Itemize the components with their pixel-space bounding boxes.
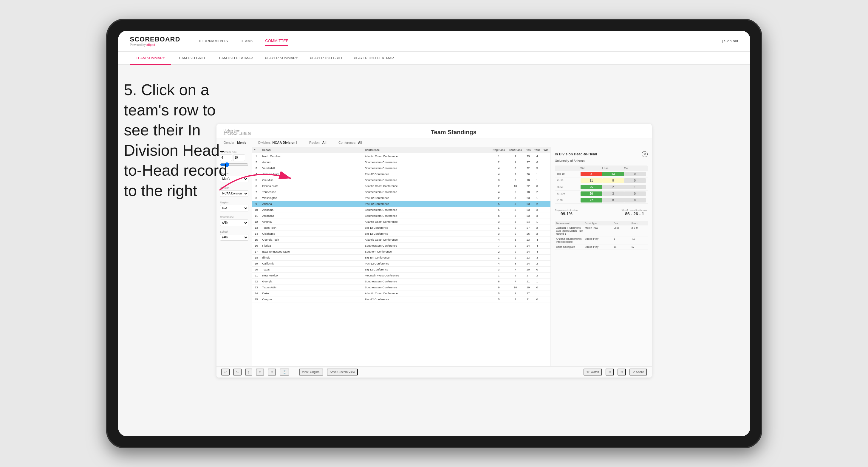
brand-name: clippd [146, 43, 155, 46]
table-row[interactable]: 19 California Pac-12 Conference 4 8 24 2 [252, 260, 551, 266]
cell-win [542, 219, 550, 224]
table-row[interactable]: 4 Arizona State Pac-12 Conference 4 9 26… [252, 171, 551, 177]
cell-school: Oregon [260, 296, 363, 302]
standings-table: # School Conference Reg Rank Conf Rank R… [252, 147, 551, 302]
cell-tour: 2 [532, 230, 542, 237]
school-select[interactable]: (All) [220, 234, 248, 241]
cell-rank: 21 [252, 272, 260, 278]
cell-rds: 24 [524, 248, 532, 254]
cell-reg-rank: 1 [491, 272, 507, 278]
table-row[interactable]: 8 Washington Pac-12 Conference 2 8 23 1 [252, 195, 551, 201]
table-row[interactable]: 17 East Tennessee State Southern Confere… [252, 248, 551, 254]
cell-win [542, 201, 550, 207]
cell-reg-rank: 4 [491, 165, 507, 171]
h2h-col-tie: Tie [624, 167, 646, 170]
table-row[interactable]: 14 Oklahoma Big 12 Conference 3 9 26 2 [252, 230, 551, 237]
sub-nav-player-summary[interactable]: PLAYER SUMMARY [259, 52, 304, 65]
nav-tournaments[interactable]: TOURNAMENTS [198, 36, 228, 45]
dashboard-toolbar: ↩ ↪ ⟩ ⊡ ⊞ 🕐 View: Original Save Custom V… [216, 366, 652, 377]
paste-button[interactable]: ⊞ [268, 369, 276, 375]
col-school: School [260, 147, 363, 153]
table-row[interactable]: 23 Texas A&M Southeastern Conference 9 1… [252, 284, 551, 290]
cell-conf-rank: 8 [507, 237, 524, 243]
cell-reg-rank: 7 [491, 243, 507, 248]
cell-conference: Big Ten Conference [363, 254, 491, 260]
h2h-school-name: University of Arizona [555, 159, 648, 162]
cell-reg-rank: 2 [491, 195, 507, 201]
h2h-row-26-50: 26-50 25 2 1 [555, 184, 648, 191]
sub-nav-team-h2h-heatmap[interactable]: TEAM H2H HEATMAP [211, 52, 259, 65]
cell-conference: Big 12 Conference [363, 224, 491, 230]
cell-win [542, 153, 550, 159]
cell-reg-rank: 5 [491, 290, 507, 296]
cell-school: Arkansas [260, 213, 363, 219]
cell-rank: 13 [252, 224, 260, 230]
clock-button[interactable]: 🕐 [280, 369, 289, 375]
cell-tour: 2 [532, 272, 542, 278]
cell-rank: 11 [252, 213, 260, 219]
sub-nav-team-summary[interactable]: TEAM SUMMARY [130, 52, 171, 65]
table-row[interactable]: 13 Texas Tech Big 12 Conference 1 9 27 2 [252, 224, 551, 230]
nav-committee[interactable]: COMMITTEE [265, 36, 288, 46]
table-row[interactable]: 21 New Mexico Mountain West Conference 1… [252, 272, 551, 278]
copy-button[interactable]: ⊡ [256, 369, 264, 375]
table-row[interactable]: 7 Tennessee Southeastern Conference 4 6 … [252, 189, 551, 195]
cell-win [542, 213, 550, 219]
table-row[interactable]: 22 Georgia Southeastern Conference 8 7 2… [252, 278, 551, 284]
table-row[interactable]: 11 Arkansas Southeastern Conference 6 8 … [252, 213, 551, 219]
tournament-row-3: Cabo Collegiate Stroke Play 11 17 [555, 245, 648, 250]
table-row[interactable]: 24 Duke Atlantic Coast Conference 5 9 27… [252, 290, 551, 296]
h2h-opponents-stat: Opponents in division: 99.1% [555, 209, 579, 216]
table-row[interactable]: 5 Ole Miss Southeastern Conference 3 6 1… [252, 177, 551, 183]
table-row[interactable]: 2 Auburn Southeastern Conference 2 1 27 … [252, 159, 551, 165]
layout-button[interactable]: ⊟ [618, 369, 626, 375]
cell-conf-rank: 8 [507, 165, 524, 171]
conference-select[interactable]: (All) [220, 219, 248, 226]
grid-button[interactable]: ⊞ [606, 369, 614, 375]
col-tour: Tour [532, 147, 542, 153]
sub-nav-player-h2h-heatmap[interactable]: PLAYER H2H HEATMAP [348, 52, 400, 65]
table-row[interactable]: 18 Illinois Big Ten Conference 1 9 23 3 [252, 254, 551, 260]
table-row[interactable]: 15 Georgia Tech Atlantic Coast Conferenc… [252, 237, 551, 243]
share-button[interactable]: ↗ Share [629, 369, 647, 375]
table-row[interactable]: 20 Texas Big 12 Conference 3 7 20 0 [252, 266, 551, 272]
cell-reg-rank: 1 [491, 254, 507, 260]
cell-school: Florida [260, 243, 363, 248]
cell-conf-rank: 1 [507, 159, 524, 165]
h2h-close-button[interactable]: ✕ [642, 151, 648, 157]
redo-button[interactable]: ↪ [233, 369, 242, 375]
table-row[interactable]: 16 Florida Southeastern Conference 7 9 2… [252, 243, 551, 248]
table-row[interactable]: 12 Virginia Atlantic Coast Conference 3 … [252, 219, 551, 224]
cell-conference: Southeastern Conference [363, 159, 491, 165]
save-custom-view-button[interactable]: Save Custom View [327, 369, 358, 375]
sub-nav-team-h2h-grid[interactable]: TEAM H2H GRID [171, 52, 211, 65]
undo-button[interactable]: ↩ [221, 369, 229, 375]
cell-reg-rank: 3 [491, 230, 507, 237]
region-select[interactable]: N/A [220, 205, 248, 212]
cell-school: Arizona [260, 201, 363, 207]
cell-conference: Big 12 Conference [363, 266, 491, 272]
table-row[interactable]: 3 Vanderbilt Southeastern Conference 4 8… [252, 165, 551, 171]
table-row[interactable]: 10 Alabama Southeastern Conference 5 8 2… [252, 207, 551, 213]
cell-school: Georgia Tech [260, 237, 363, 243]
cell-conference: Southeastern Conference [363, 189, 491, 195]
view-original-button[interactable]: View: Original [299, 369, 323, 375]
nav-teams[interactable]: TEAMS [240, 36, 253, 45]
forward-button[interactable]: ⟩ [245, 369, 252, 375]
sign-out-button[interactable]: | Sign out [722, 39, 738, 43]
cell-tour: 1 [532, 290, 542, 296]
cell-reg-rank: 6 [491, 213, 507, 219]
sub-nav-player-h2h-grid[interactable]: PLAYER H2H GRID [304, 52, 348, 65]
table-row[interactable]: 25 Oregon Pac-12 Conference 5 7 21 0 [252, 296, 551, 302]
app-header: SCOREBOARD Powered by clippd TOURNAMENTS… [118, 31, 750, 52]
save-label: Save Custom View [330, 370, 355, 374]
table-row[interactable]: 1 North Carolina Atlantic Coast Conferen… [252, 153, 551, 159]
h2h-panel: In Division Head-to-Head ✕ University of… [551, 147, 652, 366]
table-row[interactable]: 9 Arizona Pac-12 Conference 5 8 23 2 [252, 201, 551, 207]
watch-button[interactable]: 👁 Watch [584, 369, 602, 375]
cell-rank: 9 [252, 201, 260, 207]
cell-reg-rank: 3 [491, 177, 507, 183]
cell-win [542, 278, 550, 284]
table-row[interactable]: 6 Florida State Atlantic Coast Conferenc… [252, 183, 551, 189]
col-reg-rank: Reg Rank [491, 147, 507, 153]
